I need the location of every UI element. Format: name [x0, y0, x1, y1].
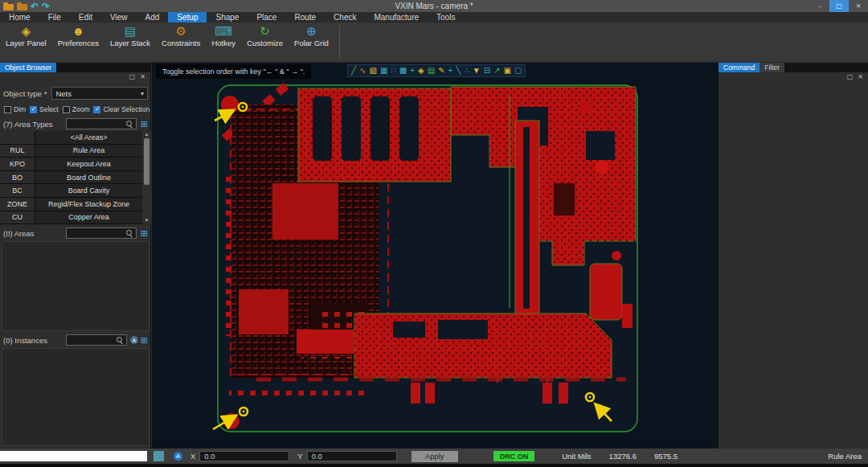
close-button[interactable]: ✕	[849, 0, 868, 12]
scroll-up-icon[interactable]: ▲	[145, 131, 149, 138]
table-row[interactable]: ZONE Regid/Flex Stackup Zone	[0, 198, 142, 211]
apply-button[interactable]: Apply	[411, 451, 458, 462]
instances-list[interactable]	[2, 348, 149, 446]
move-icon[interactable]: +	[410, 66, 415, 76]
color-swatch[interactable]	[154, 451, 164, 461]
measure-icon[interactable]: ⊟	[484, 66, 490, 76]
select-checkbox[interactable]: Select	[30, 105, 59, 113]
object-type-select[interactable]: Nets ▾	[51, 87, 148, 100]
float-panel-icon[interactable]: ▢	[129, 74, 136, 80]
edit-icon[interactable]: ✎	[438, 66, 444, 76]
command-input[interactable]	[0, 451, 147, 461]
add-icon[interactable]: +	[448, 66, 453, 76]
area-types-table: <All Areas> RUL Rule Area KPO Keepout Ar…	[0, 131, 151, 224]
area-types-search-input[interactable]	[66, 118, 137, 129]
table-icon[interactable]: ▦	[380, 66, 387, 76]
y-coordinate-input[interactable]: 0.0	[307, 451, 397, 461]
menu-place[interactable]: Place	[248, 12, 285, 23]
table-scrollbar[interactable]: ▲ ▼	[142, 131, 151, 224]
select-area-icon[interactable]: ▧	[369, 66, 376, 76]
menu-add[interactable]: Add	[137, 12, 169, 23]
application-window: ↶ ↷ VXIN Mars - camera * – ▢ ✕ Home File…	[0, 0, 868, 467]
tab-object-browser[interactable]: Object Browser	[0, 63, 56, 72]
grid-view-icon[interactable]: ⊞	[141, 229, 148, 238]
auto-select-icon[interactable]: A	[130, 336, 138, 344]
save-folder-icon[interactable]	[17, 4, 27, 10]
grid-view-icon[interactable]: ⊞	[141, 120, 148, 129]
menu-manufacture[interactable]: Manufacture	[365, 12, 428, 23]
grid-view-icon[interactable]: ⊞	[141, 336, 148, 345]
stack-icon[interactable]: ▤	[428, 66, 435, 76]
areas-search-input[interactable]	[66, 227, 137, 239]
pen-icon[interactable]: ╲	[456, 66, 461, 76]
area-code-cell: BO	[0, 171, 35, 184]
undo-icon[interactable]: ↶	[31, 2, 39, 10]
pcb-canvas[interactable]: Toggle selection order with key "← " & "…	[152, 63, 718, 449]
area-name-cell: Regid/Flex Stackup Zone	[35, 198, 142, 211]
table-row[interactable]: BO Board Outline	[0, 171, 142, 185]
x-coordinate-input[interactable]: 0.0	[199, 451, 289, 461]
area-name-cell: Board Outline	[35, 171, 142, 184]
redo-icon[interactable]: ↷	[42, 2, 50, 10]
menu-check[interactable]: Check	[325, 12, 365, 23]
table-row[interactable]: <All Areas>	[0, 131, 142, 145]
layer-panel-button[interactable]: ◈ Layer Panel	[0, 23, 52, 47]
object-type-row: Object type * Nets ▾	[3, 87, 148, 100]
status-bar: A X 0.0 Y 0.0 Apply DRC ON Unit Mils 132…	[0, 449, 868, 464]
table-row[interactable]: CU Copper Area	[0, 211, 142, 224]
hotkey-button[interactable]: ⌨ Hotkey	[206, 23, 241, 47]
constraints-button[interactable]: ⚙ Constraints	[156, 23, 206, 47]
table-row[interactable]: KPO Keepout Area	[0, 158, 142, 171]
area-name-cell: Copper Area	[35, 211, 142, 224]
scroll-down-icon[interactable]: ▼	[145, 217, 149, 224]
layers-icon: ◈	[22, 24, 31, 39]
menu-view[interactable]: View	[101, 12, 137, 23]
menu-edit[interactable]: Edit	[70, 12, 101, 23]
table-row[interactable]: RUL Rule Area	[0, 145, 142, 158]
align-icon[interactable]: ∷	[391, 66, 395, 76]
zoom-checkbox[interactable]: Zoom	[63, 105, 90, 113]
panel-icon[interactable]: ▢	[514, 66, 522, 76]
scrollbar-thumb[interactable]	[144, 138, 149, 185]
maximize-button[interactable]: ▢	[829, 0, 849, 12]
close-panel-icon[interactable]: ✕	[858, 74, 863, 80]
tab-filter[interactable]: Filter	[760, 63, 784, 72]
grid-icon[interactable]: ▩	[399, 66, 407, 76]
export-icon[interactable]: ↗	[493, 66, 500, 76]
filter-icon[interactable]: ▼	[473, 66, 481, 76]
drc-status-badge[interactable]: DRC ON	[493, 451, 535, 461]
areas-list[interactable]	[2, 241, 149, 331]
table-row[interactable]: BC Board Cavity	[0, 184, 142, 198]
preferences-button[interactable]: ☻ Preferences	[52, 23, 104, 47]
minimize-button[interactable]: –	[810, 0, 829, 12]
right-panel-header: ▢ ✕	[719, 72, 868, 82]
float-panel-icon[interactable]: ▢	[847, 74, 854, 80]
object-type-label: Object type *	[3, 89, 47, 98]
menu-shape[interactable]: Shape	[207, 12, 248, 23]
open-folder-icon[interactable]	[3, 4, 14, 10]
keyboard-icon: ⌨	[215, 24, 232, 39]
points-icon[interactable]: ∴	[464, 66, 469, 76]
snapshot-icon[interactable]: ▣	[503, 66, 510, 76]
command-panel-body[interactable]	[719, 82, 868, 449]
draw-line-icon[interactable]: ╱	[351, 66, 356, 76]
constraints-icon: ⚙	[175, 24, 186, 39]
menu-route[interactable]: Route	[285, 12, 325, 23]
tab-command[interactable]: Command	[719, 63, 760, 72]
route-icon[interactable]: ∿	[359, 66, 366, 76]
menu-setup[interactable]: Setup	[168, 12, 207, 23]
menu-file[interactable]: File	[39, 12, 70, 23]
absolute-coords-icon[interactable]: A	[174, 452, 182, 461]
instances-search-input[interactable]	[66, 334, 127, 346]
dim-checkbox[interactable]: Dim	[4, 105, 26, 113]
close-panel-icon[interactable]: ✕	[140, 74, 145, 80]
customize-button[interactable]: ↻ Customize	[241, 23, 289, 47]
polar-grid-button[interactable]: ⊕ Polar Grid	[289, 23, 334, 47]
menu-home[interactable]: Home	[0, 12, 39, 23]
menu-tools[interactable]: Tools	[428, 12, 464, 23]
layer-stack-button[interactable]: ▤ Layer Stack	[104, 23, 156, 47]
selection-options-row: Dim Select Zoom Clear Selection Set	[4, 104, 149, 114]
layers-icon[interactable]: ◈	[418, 66, 424, 76]
ribbon-toolbar: ◈ Layer Panel ☻ Preferences ▤ Layer Stac…	[0, 23, 868, 63]
window-title: VXIN Mars - camera *	[0, 2, 868, 10]
